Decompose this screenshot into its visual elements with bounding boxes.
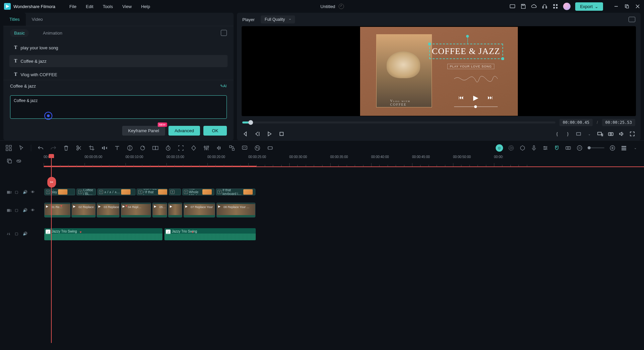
split-button[interactable] — [76, 145, 82, 151]
folder-icon[interactable]: ▢ — [15, 232, 19, 236]
quality-select[interactable]: Full Quality — [261, 15, 295, 23]
title-clip[interactable]: Tplay — [44, 189, 75, 195]
group-button[interactable] — [229, 145, 235, 151]
menu-help[interactable]: Help — [136, 4, 155, 9]
title-clip[interactable]: T — [169, 189, 181, 195]
mic-icon[interactable] — [531, 145, 537, 151]
text-content-input[interactable] — [10, 95, 227, 119]
chevron-down-icon[interactable]: ⌄ — [632, 145, 639, 151]
subtitle-button[interactable] — [241, 145, 248, 151]
tab-video[interactable]: Video — [26, 13, 49, 26]
undo-button[interactable] — [37, 145, 44, 151]
video-track-content[interactable]: 01 Re…02 Replace …03 Replace …04 Repl…05… — [44, 202, 644, 219]
play-backward-button[interactable] — [254, 131, 260, 137]
ai-tools-icon[interactable] — [508, 145, 514, 151]
support-icon[interactable] — [542, 3, 548, 9]
export-button[interactable]: Export ⌄ — [575, 2, 603, 11]
adjustment-button[interactable] — [203, 145, 210, 151]
mute-icon[interactable]: 🔊 — [23, 190, 28, 195]
text-item-2[interactable]: T Vlog with COFFEE — [9, 68, 228, 80]
keyframe-panel-button[interactable]: Keyframe Panel NEW — [122, 126, 165, 136]
speed-button[interactable] — [101, 145, 108, 151]
link-icon[interactable] — [16, 158, 21, 164]
advanced-button[interactable]: Advanced — [168, 126, 200, 136]
zoom-slider[interactable] — [588, 147, 604, 148]
expand-button[interactable] — [267, 145, 274, 151]
mixer-icon[interactable] — [542, 145, 549, 151]
visibility-icon[interactable]: 👁 — [31, 190, 36, 195]
video-clip[interactable]: 08 Replace Your … — [216, 203, 255, 217]
save-preset-icon[interactable] — [221, 30, 227, 36]
chevron-down-icon[interactable]: ⌄ — [586, 131, 592, 137]
subtab-animation[interactable]: Animation — [39, 29, 66, 37]
video-clip[interactable]: 07 Replace Your — [184, 203, 215, 217]
camera-icon[interactable] — [608, 131, 614, 137]
project-title[interactable]: Untitled — [320, 4, 335, 9]
menu-edit[interactable]: Edit — [81, 4, 98, 9]
title-track-content[interactable]: TplayTCoffee / BL…T∧ / ∧ / ∧…TCOFFEE / I… — [44, 184, 644, 201]
color-button[interactable] — [127, 145, 133, 151]
media-browser-icon[interactable] — [5, 145, 12, 151]
link-icon[interactable] — [565, 145, 572, 151]
effects-button[interactable] — [139, 145, 146, 151]
folder-icon[interactable]: ▢ — [15, 208, 19, 213]
mute-icon[interactable]: 🔊 — [23, 208, 28, 213]
scrubber-thumb[interactable] — [248, 120, 253, 125]
mark-in-button[interactable]: { — [554, 131, 560, 137]
subtab-basic[interactable]: Basic — [10, 29, 29, 37]
video-clip[interactable] — [168, 203, 182, 217]
apps-icon[interactable] — [552, 3, 558, 9]
maximize-button[interactable] — [625, 4, 629, 9]
title-clip[interactable]: TThe Whole Milk /… — [182, 189, 214, 195]
stop-button[interactable] — [279, 131, 285, 137]
split-at-playhead-button[interactable]: ✂ — [47, 177, 56, 188]
video-clip[interactable]: 01 Re… — [44, 203, 70, 217]
menu-tools[interactable]: Tools — [98, 4, 117, 9]
step-back-button[interactable] — [242, 131, 248, 137]
magnet-icon[interactable] — [553, 145, 560, 151]
fullscreen-icon[interactable] — [629, 131, 635, 137]
ratio-button[interactable] — [576, 131, 582, 137]
copy-icon[interactable] — [7, 158, 12, 164]
transition-button[interactable] — [152, 145, 159, 151]
detach-button[interactable] — [597, 131, 603, 137]
video-clip[interactable]: 05… — [152, 203, 167, 217]
close-button[interactable] — [635, 4, 640, 9]
visibility-icon[interactable]: 👁 — [31, 208, 36, 213]
title-clip[interactable]: TIf that keyboard i… — [216, 189, 255, 195]
text-item-1[interactable]: T Coffee & jazz — [9, 55, 228, 67]
save-icon[interactable] — [520, 3, 526, 9]
zoom-thumb[interactable] — [588, 146, 591, 149]
volume-icon[interactable] — [618, 131, 625, 137]
keyframe-button[interactable] — [190, 145, 197, 151]
redo-button[interactable] — [50, 145, 57, 151]
play-button[interactable] — [266, 131, 273, 137]
preview-viewport[interactable]: Vlog with COFFEE COFFEE & JAZZ PLAY YOUR… — [242, 26, 636, 116]
video-track-icon[interactable]: ▦1 — [7, 208, 11, 213]
audio-clip[interactable]: ♪Jazzy Trio Swing♥ — [164, 228, 256, 240]
display-icon[interactable] — [509, 3, 515, 9]
menu-file[interactable]: File — [65, 4, 81, 9]
timer-button[interactable] — [165, 145, 171, 151]
mark-out-button[interactable]: } — [565, 131, 571, 137]
user-avatar[interactable] — [563, 3, 571, 10]
title-clip[interactable]: TCoffee / BL… — [77, 189, 96, 195]
timeline-ruler[interactable]: 00:0000:00:05:0000:00:10:0000:00:15:0000… — [44, 155, 644, 167]
audio-track-content[interactable]: ♪Jazzy Trio Swing♥♪Jazzy Trio Swing♥ — [44, 226, 644, 242]
delete-button[interactable] — [63, 145, 69, 151]
audio-track-icon[interactable]: ♪1 — [7, 232, 11, 236]
text-button[interactable] — [114, 145, 120, 151]
text-item-0[interactable]: T play your love song — [9, 42, 228, 54]
video-clip[interactable]: 02 Replace … — [71, 203, 96, 217]
snapshot-icon[interactable] — [629, 17, 635, 22]
preview-photo[interactable]: Vlog with COFFEE — [376, 34, 432, 107]
audio-adjust-button[interactable] — [216, 145, 222, 151]
mute-icon[interactable]: 🔊 — [23, 232, 28, 236]
fit-button[interactable] — [178, 145, 184, 151]
minimize-button[interactable] — [614, 4, 618, 9]
translate-button[interactable] — [254, 145, 261, 151]
video-track-icon[interactable]: ▦2 — [7, 190, 11, 195]
zoom-out-button[interactable] — [576, 145, 583, 151]
ok-button[interactable]: OK — [203, 126, 227, 136]
scrubber[interactable] — [242, 121, 555, 123]
